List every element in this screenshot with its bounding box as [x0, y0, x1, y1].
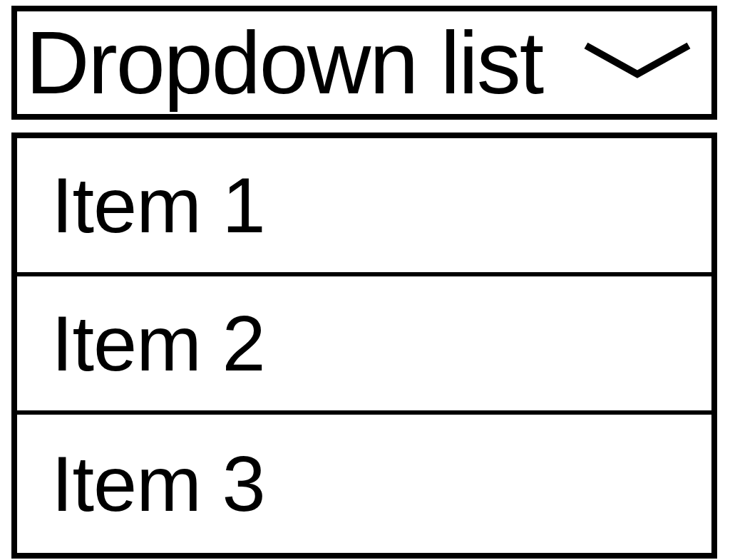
dropdown-list: Item 1 Item 2 Item 3 — [11, 133, 717, 559]
dropdown-header[interactable]: Dropdown list — [11, 6, 717, 120]
chevron-down-icon — [580, 40, 694, 85]
dropdown-item[interactable]: Item 3 — [17, 415, 711, 553]
dropdown-item[interactable]: Item 2 — [17, 276, 711, 415]
dropdown-label: Dropdown list — [26, 19, 543, 107]
dropdown-item[interactable]: Item 1 — [17, 138, 711, 276]
dropdown-item-label: Item 2 — [51, 304, 265, 383]
dropdown-item-label: Item 1 — [51, 166, 265, 244]
dropdown-item-label: Item 3 — [51, 445, 265, 523]
